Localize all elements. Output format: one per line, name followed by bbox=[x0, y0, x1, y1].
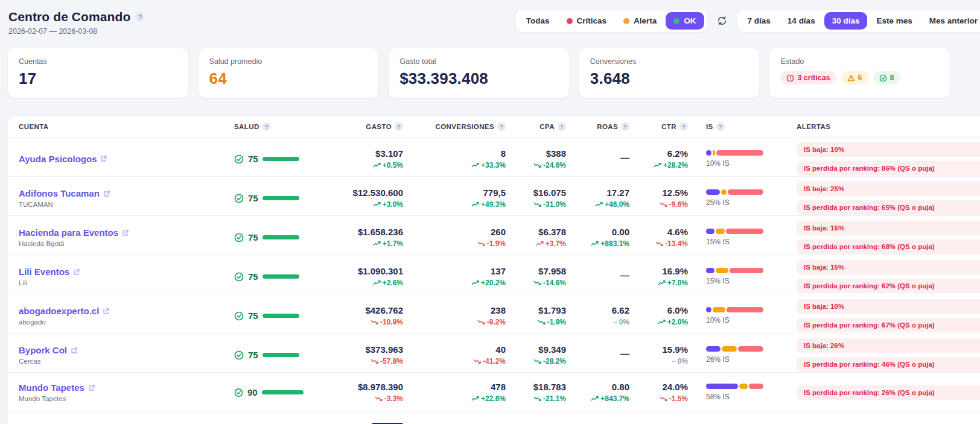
estado-warning-badge: 6 bbox=[841, 71, 868, 84]
is-lost-rank-segment bbox=[738, 346, 763, 352]
cpa-cell: $1.793 − -1.9% bbox=[506, 305, 566, 326]
health-cell: 75 bbox=[222, 193, 304, 203]
external-link-icon[interactable] bbox=[103, 308, 110, 315]
table-row: Lili Eventos Lili 75 $1.090.301 − +2.6% bbox=[8, 255, 980, 294]
is-lost-rank-segment bbox=[716, 150, 763, 156]
account-cell: Hacienda para Eventos Hacieda Bgotá bbox=[19, 227, 222, 247]
is-share-segment bbox=[706, 189, 720, 195]
cpa-value: $1.793 bbox=[506, 305, 566, 315]
card-gasto-label: Gasto total bbox=[399, 57, 558, 66]
conversiones-trend: − +20.2% bbox=[403, 279, 506, 287]
period-prev-month-button[interactable]: Mes anterior bbox=[921, 12, 980, 30]
is-help-icon[interactable]: ? bbox=[716, 122, 725, 131]
refresh-icon bbox=[717, 16, 727, 26]
gasto-value: $8.978.390 bbox=[304, 382, 403, 392]
roas-value: 0.00 bbox=[566, 227, 629, 237]
health-score: 75 bbox=[248, 193, 258, 203]
period-7d-label: 7 días bbox=[748, 16, 771, 25]
alert-pill: IS baja: 15% bbox=[797, 260, 980, 274]
period-14d-label: 14 días bbox=[788, 16, 815, 25]
trend-down-icon bbox=[538, 319, 546, 325]
salud-help-icon[interactable]: ? bbox=[262, 122, 271, 131]
card-conversiones-value: 3.648 bbox=[590, 69, 749, 88]
period-30d-label: 30 días bbox=[832, 16, 860, 25]
is-label: 15% IS bbox=[706, 238, 789, 246]
period-this-month-button[interactable]: Este mes bbox=[868, 12, 920, 30]
account-link[interactable]: Lili Eventos bbox=[19, 267, 80, 277]
filter-todas-button[interactable]: Todas bbox=[518, 12, 558, 30]
alert-pill: IS perdida por ranking: 65% (QS o puja) bbox=[797, 200, 980, 215]
alert-pill: IS perdida por ranking: 62% (QS o puja) bbox=[797, 279, 980, 293]
account-link[interactable]: Adifonos Tucaman bbox=[19, 188, 110, 198]
roas-help-icon[interactable]: ? bbox=[621, 122, 629, 131]
trend-down-icon bbox=[477, 241, 485, 247]
col-ctr: CTR? bbox=[629, 122, 688, 131]
col-is: IS? bbox=[688, 122, 789, 131]
conversiones-delta: +22.6% bbox=[481, 394, 506, 403]
account-link[interactable]: Mundo Tapetes bbox=[19, 382, 95, 393]
ctr-value: 24.0% bbox=[629, 382, 688, 392]
gasto-help-icon[interactable]: ? bbox=[395, 122, 403, 131]
filter-alerta-button[interactable]: Alerta bbox=[616, 12, 664, 30]
cpa-value: $7.958 bbox=[506, 266, 566, 276]
is-cell: 10% IS bbox=[688, 150, 789, 168]
period-14d-button[interactable]: 14 días bbox=[780, 12, 823, 30]
is-lost-rank-segment bbox=[726, 229, 763, 234]
is-lost-rank-segment bbox=[728, 189, 763, 195]
header-controls: Todas Críticas Alerta OK 7 días 14 días … bbox=[515, 9, 980, 33]
trend-up-icon bbox=[654, 162, 661, 168]
period-7d-button[interactable]: 7 días bbox=[740, 12, 778, 30]
account-link[interactable]: abogadoexperto.cl bbox=[19, 306, 110, 316]
filter-ok-button[interactable]: OK bbox=[666, 12, 704, 30]
account-cell: Lili Eventos Lili bbox=[19, 267, 222, 286]
cpa-help-icon[interactable]: ? bbox=[558, 122, 566, 131]
impression-share-bar bbox=[706, 307, 763, 312]
trend-up-icon bbox=[373, 241, 381, 247]
external-link-icon[interactable] bbox=[122, 229, 129, 236]
is-cell: 10% IS bbox=[688, 307, 789, 324]
card-cuentas: Cuentas 17 bbox=[7, 48, 189, 98]
external-link-icon[interactable] bbox=[88, 384, 95, 391]
roas-value: — bbox=[566, 349, 629, 359]
estado-warning-text: 6 bbox=[858, 74, 862, 82]
refresh-button[interactable] bbox=[714, 13, 730, 28]
ctr-help-icon[interactable]: ? bbox=[679, 122, 688, 131]
account-link[interactable]: Ayuda Psicologos bbox=[19, 154, 107, 164]
external-link-icon[interactable] bbox=[103, 190, 110, 197]
period-filter-group: 7 días 14 días 30 días Este mes Mes ante… bbox=[737, 9, 980, 33]
external-link-icon[interactable] bbox=[100, 155, 107, 162]
conversiones-trend: − +49.3% bbox=[403, 200, 506, 209]
conversiones-cell: 478 − +22.6% bbox=[403, 382, 506, 403]
external-link-icon[interactable] bbox=[71, 347, 78, 354]
account-link[interactable]: Bypork Col bbox=[19, 345, 78, 355]
conversiones-trend: − -41.2% bbox=[403, 357, 506, 365]
gasto-delta: +0.5% bbox=[383, 161, 403, 169]
filter-criticas-button[interactable]: Críticas bbox=[559, 12, 615, 30]
health-score: 75 bbox=[248, 350, 258, 360]
account-cell: Adifonos Tucaman TUCAMAN bbox=[19, 188, 222, 208]
account-name: Lili Eventos bbox=[19, 267, 69, 277]
trend-down-icon bbox=[660, 201, 667, 207]
trend-up-icon bbox=[471, 280, 479, 286]
is-label: 15% IS bbox=[706, 277, 789, 285]
ctr-cell: 24.0% − -1.5% bbox=[629, 382, 688, 403]
card-salud-label: Salud promedio bbox=[209, 57, 368, 66]
external-link-icon[interactable] bbox=[73, 268, 80, 276]
table-row: Hacienda para Eventos Hacieda Bgotá 75 $… bbox=[8, 216, 980, 255]
conversiones-help-icon[interactable]: ? bbox=[497, 122, 506, 131]
cpa-trend: − -1.9% bbox=[506, 318, 566, 326]
impression-share-bar bbox=[706, 229, 763, 234]
title-help-icon[interactable]: ? bbox=[135, 12, 145, 22]
gasto-delta: -10.9% bbox=[380, 318, 403, 326]
roas-value: — bbox=[566, 153, 629, 163]
period-30d-button[interactable]: 30 días bbox=[824, 12, 868, 30]
alert-pill: IS baja: 10% bbox=[797, 299, 980, 314]
alerts-cell: IS baja: 25%IS perdida por ranking: 65% … bbox=[789, 177, 980, 220]
health-bar bbox=[262, 353, 299, 357]
account-link[interactable]: Hacienda para Eventos bbox=[19, 227, 129, 238]
alerts-cell: IS perdida por ranking: 26% (QS o puja) bbox=[789, 381, 980, 405]
gasto-delta: +3.0% bbox=[383, 200, 403, 209]
cpa-value: $388 bbox=[506, 148, 566, 159]
gasto-cell: $8.978.390 − -3.3% bbox=[304, 382, 403, 403]
health-bar bbox=[262, 196, 299, 200]
